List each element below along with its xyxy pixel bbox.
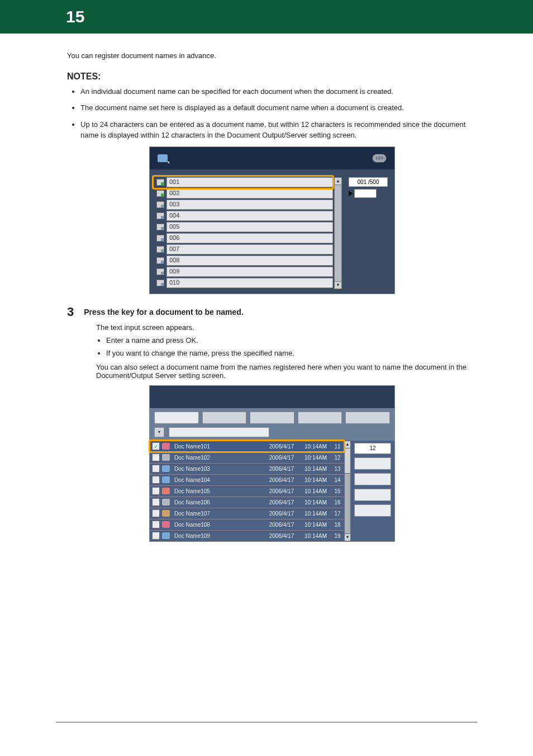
doc-date: 2006/4/17 [263,511,301,517]
docname-field[interactable]: 010 [166,278,333,288]
doc-type-icon [162,443,170,450]
docname-list: 001 002 003 004 005 006 007 008 009 010 [156,177,333,289]
page-number: 15 [66,7,84,26]
doc-pages: 17 [331,511,344,517]
list-item[interactable]: 001 [156,177,333,187]
checkbox-icon[interactable] [152,521,160,528]
docname-field[interactable]: 008 [166,256,333,266]
substeps: The text input screen appears. Enter a n… [67,323,477,380]
list-item[interactable]: 007 [156,244,333,254]
page-counter: 001 /500 [349,177,388,187]
doc-time: 10:14AM [301,533,331,539]
docname-field[interactable]: 001 [166,177,333,187]
doc-time: 10:14AM [301,511,331,517]
action-button[interactable] [354,504,391,517]
docname-field[interactable]: 009 [166,267,333,277]
doc-pages: 18 [331,522,344,528]
list-item[interactable]: 010 [156,278,333,288]
table-row[interactable]: Doc Name1062006/4/1710:14AM16 [150,497,344,508]
table-row[interactable]: ✓Doc Name1012006/4/1710:14AM11 [150,441,344,452]
tab[interactable] [250,412,294,424]
doc-name: Doc Name101 [172,443,263,450]
doc-time: 10:14AM [301,455,331,461]
table-row[interactable]: Doc Name1082006/4/1710:14AM18 [150,519,344,530]
step-text: Press the key for a document to be named… [84,305,244,319]
checkbox-icon[interactable] [152,509,160,517]
search-input[interactable] [169,427,269,437]
scroll-down-button[interactable]: ▼ [334,281,342,289]
scroll-track[interactable] [344,448,351,533]
checkbox-icon[interactable]: ✓ [152,442,160,450]
tab[interactable] [202,412,247,424]
scroll-track[interactable] [334,185,342,281]
counter-icon[interactable]: 123 [372,154,387,163]
docname-field[interactable]: 006 [166,233,333,243]
doc-name: Doc Name103 [172,466,263,472]
doc-date: 2006/4/17 [263,466,301,472]
closing-paragraph: You can also select a document name from… [96,363,477,380]
tab[interactable] [345,412,390,424]
tab[interactable] [298,412,342,424]
scrollbar[interactable]: ▲ ▼ [344,441,351,541]
checkbox-icon[interactable] [152,453,160,461]
docname-field[interactable]: 003 [166,200,333,210]
table-row[interactable]: Doc Name1072006/4/1710:14AM17 [150,508,344,519]
doc-date: 2006/4/17 [263,455,301,461]
doc-type-icon [162,521,170,528]
checkbox-icon[interactable] [152,487,160,495]
edit-icon [156,257,164,264]
doc-name: Doc Name109 [172,533,263,539]
jump-field[interactable] [354,189,377,198]
table-row[interactable]: Doc Name1022006/4/1710:14AM12 [150,452,344,463]
edit-icon [156,201,164,208]
docname-field[interactable]: 004 [166,211,333,221]
table-row[interactable]: Doc Name1032006/4/1710:14AM13 [150,463,344,474]
list-item[interactable]: 002 [156,188,333,199]
action-button[interactable] [354,457,391,470]
edit-icon [156,235,164,242]
table-row[interactable]: Doc Name1042006/4/1710:14AM14 [150,474,344,485]
notes-heading: NOTES: [67,72,477,82]
list-item[interactable]: 009 [156,267,333,277]
note-item: An individual document name can be speci… [80,86,477,97]
checkbox-icon[interactable] [152,498,160,506]
list-item[interactable]: 004 [156,211,333,221]
docname-field[interactable]: 002 [166,188,333,199]
tab[interactable] [154,412,199,424]
doc-time: 10:14AM [301,443,331,450]
doc-name: Doc Name106 [172,499,263,505]
step-3: 3 Press the key for a document to be nam… [67,305,477,319]
doc-pages: 16 [331,499,344,505]
note-item: Up to 24 characters can be entered as a … [80,119,477,141]
document-settings-icon[interactable] [158,154,168,162]
scroll-thumb[interactable] [345,448,350,474]
list-item[interactable]: 008 [156,256,333,266]
substep-item: Enter a name and press OK. [106,336,477,344]
scrollbar[interactable]: ▲ ▼ [334,177,342,289]
checkbox-icon[interactable] [152,465,160,472]
substep-item: If you want to change the name, press th… [106,349,477,357]
list-item[interactable]: 005 [156,222,333,232]
doc-time: 10:14AM [301,499,331,505]
filter-dropdown[interactable]: ▾ [154,427,164,437]
scroll-up-button[interactable]: ▲ [334,177,342,185]
docname-field[interactable]: 005 [166,222,333,232]
doc-count: 12 [354,443,391,454]
doc-name: Doc Name104 [172,477,263,483]
checkbox-icon[interactable] [152,476,160,484]
action-button[interactable] [354,489,391,501]
table-row[interactable]: Doc Name1092006/4/1710:14AM19 [150,530,344,541]
list-item[interactable]: 003 [156,200,333,210]
document-server-screen: ▾ ✓Doc Name1012006/4/1710:14AM11 Doc Nam… [149,385,395,542]
docname-field[interactable]: 007 [166,244,333,254]
list-item[interactable]: 006 [156,233,333,243]
side-panel: 001 /500 [342,177,388,289]
jump-control[interactable] [349,189,388,198]
action-button[interactable] [354,473,391,485]
checkbox-icon[interactable] [152,532,160,540]
scroll-down-button[interactable]: ▼ [344,533,351,541]
doc-time: 10:14AM [301,477,331,483]
scroll-up-button[interactable]: ▲ [344,441,351,448]
table-row[interactable]: Doc Name1052006/4/1710:14AM15 [150,485,344,497]
doc-pages: 19 [331,533,344,539]
